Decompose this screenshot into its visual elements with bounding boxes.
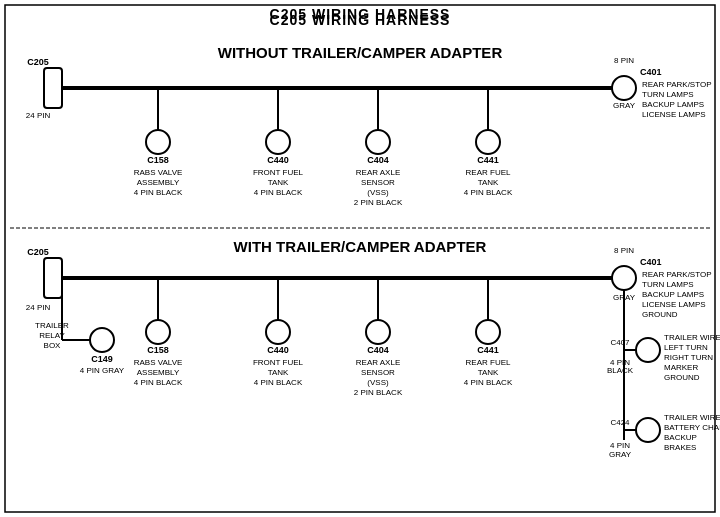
svg-text:TANK: TANK [478,178,499,187]
svg-text:BATTERY CHARGE: BATTERY CHARGE [664,423,720,432]
svg-text:TRAILER WIRES: TRAILER WIRES [664,333,720,342]
svg-text:BOX: BOX [44,341,62,350]
svg-text:C401: C401 [640,67,662,77]
svg-text:TURN LAMPS: TURN LAMPS [642,280,694,289]
svg-text:C404: C404 [367,155,389,165]
svg-rect-106 [5,5,715,512]
svg-text:REAR AXLE: REAR AXLE [356,358,400,367]
svg-text:C158: C158 [147,345,169,355]
svg-text:4 PIN BLACK: 4 PIN BLACK [134,188,183,197]
svg-text:4 PIN BLACK: 4 PIN BLACK [464,188,513,197]
svg-text:(VSS): (VSS) [367,378,389,387]
svg-text:(VSS): (VSS) [367,188,389,197]
svg-text:C158: C158 [147,155,169,165]
svg-text:TANK: TANK [268,178,289,187]
svg-text:BRAKES: BRAKES [664,443,696,452]
svg-text:BACKUP LAMPS: BACKUP LAMPS [642,290,704,299]
svg-rect-1 [44,68,62,108]
svg-text:BLACK: BLACK [607,366,634,375]
svg-point-88 [266,320,290,344]
svg-text:C440: C440 [267,155,289,165]
svg-rect-40 [44,258,62,298]
svg-text:REAR FUEL: REAR FUEL [466,168,511,177]
svg-text:4 PIN BLACK: 4 PIN BLACK [254,188,303,197]
svg-point-32 [476,130,500,154]
svg-text:8 PIN: 8 PIN [614,56,634,65]
svg-point-25 [366,130,390,154]
svg-text:RELAY: RELAY [39,331,65,340]
svg-text:C441: C441 [477,155,499,165]
svg-text:WITH  TRAILER/CAMPER  ADAPTER: WITH TRAILER/CAMPER ADAPTER [234,238,487,255]
svg-text:REAR FUEL: REAR FUEL [466,358,511,367]
svg-point-13 [146,130,170,154]
svg-text:SENSOR: SENSOR [361,178,395,187]
svg-text:RABS VALVE: RABS VALVE [134,168,183,177]
svg-text:TANK: TANK [268,368,289,377]
svg-text:C404: C404 [367,345,389,355]
svg-point-48 [90,328,114,352]
svg-text:REAR PARK/STOP: REAR PARK/STOP [642,80,712,89]
svg-text:LICENSE LAMPS: LICENSE LAMPS [642,110,706,119]
svg-text:BACKUP LAMPS: BACKUP LAMPS [642,100,704,109]
svg-text:TURN LAMPS: TURN LAMPS [642,90,694,99]
svg-text:C441: C441 [477,345,499,355]
svg-text:TRAILER: TRAILER [35,321,69,330]
svg-text:8 PIN: 8 PIN [614,246,634,255]
svg-text:SENSOR: SENSOR [361,368,395,377]
svg-text:MARKER: MARKER [664,363,698,372]
svg-text:TRAILER WIRES: TRAILER WIRES [664,413,720,422]
svg-text:RIGHT TURN: RIGHT TURN [664,353,713,362]
svg-text:C205: C205 [27,247,49,257]
svg-text:2 PIN BLACK: 2 PIN BLACK [354,198,403,207]
svg-text:FRONT FUEL: FRONT FUEL [253,358,304,367]
svg-text:LEFT TURN: LEFT TURN [664,343,708,352]
top-section-label: WITHOUT TRAILER/CAMPER ADAPTER [218,44,503,61]
svg-text:BACKUP: BACKUP [664,433,697,442]
svg-text:2 PIN BLACK: 2 PIN BLACK [354,388,403,397]
svg-text:4 PIN BLACK: 4 PIN BLACK [134,378,183,387]
svg-text:C205: C205 [27,57,49,67]
svg-text:GROUND: GROUND [664,373,700,382]
svg-text:GRAY: GRAY [609,450,632,459]
svg-text:REAR AXLE: REAR AXLE [356,168,400,177]
svg-text:4 PIN: 4 PIN [610,441,630,450]
svg-text:ASSEMBLY: ASSEMBLY [137,368,180,377]
svg-text:4 PIN BLACK: 4 PIN BLACK [254,378,303,387]
svg-text:GRAY: GRAY [613,101,636,110]
svg-text:REAR PARK/STOP: REAR PARK/STOP [642,270,712,279]
svg-text:GROUND: GROUND [642,310,678,319]
svg-point-19 [266,130,290,154]
svg-text:24 PIN: 24 PIN [26,111,51,120]
svg-text:TANK: TANK [478,368,499,377]
svg-point-62 [636,338,660,362]
svg-text:ASSEMBLY: ASSEMBLY [137,178,180,187]
svg-text:FRONT FUEL: FRONT FUEL [253,168,304,177]
svg-text:C401: C401 [640,257,662,267]
svg-text:4 PIN GRAY: 4 PIN GRAY [80,366,125,375]
svg-point-94 [366,320,390,344]
svg-point-101 [476,320,500,344]
svg-point-73 [636,418,660,442]
svg-text:C407: C407 [610,338,630,347]
svg-text:RABS VALVE: RABS VALVE [134,358,183,367]
diagram: C205 WIRING HARNESS WITHOUT TRAILER/CAMP… [0,0,720,517]
svg-point-4 [612,76,636,100]
svg-text:C149: C149 [91,354,113,364]
page-title: C205 WIRING HARNESS [0,6,720,28]
svg-text:C424: C424 [610,418,630,427]
svg-text:4 PIN BLACK: 4 PIN BLACK [464,378,513,387]
svg-text:LICENSE LAMPS: LICENSE LAMPS [642,300,706,309]
svg-text:24 PIN: 24 PIN [26,303,51,312]
svg-point-51 [612,266,636,290]
svg-point-82 [146,320,170,344]
svg-text:C440: C440 [267,345,289,355]
